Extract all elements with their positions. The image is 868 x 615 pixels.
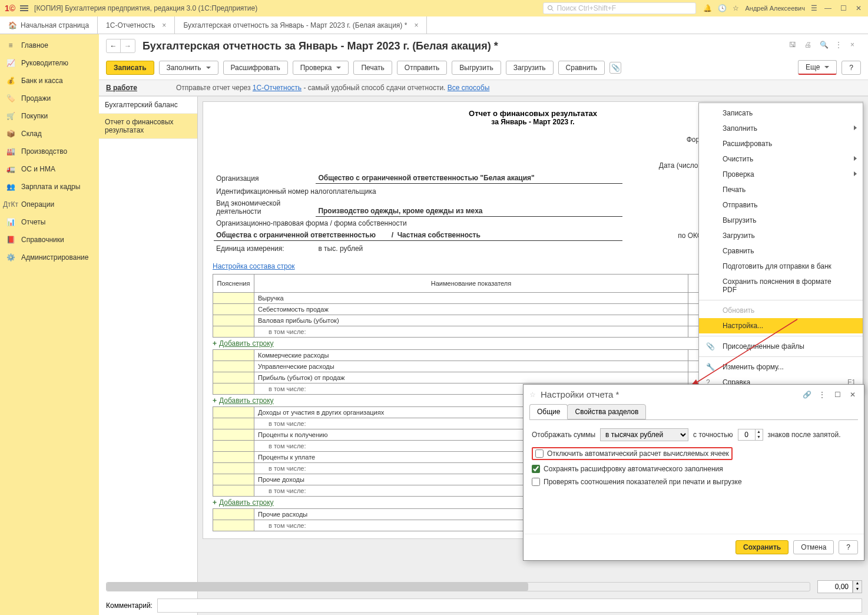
menu-export[interactable]: Выгрузить bbox=[699, 213, 863, 228]
sidebar-item-warehouse[interactable]: 📦Склад bbox=[0, 125, 99, 143]
minimize-button[interactable]: — bbox=[823, 4, 833, 12]
menu-send[interactable]: Отправить bbox=[699, 197, 863, 213]
spinner-up-icon[interactable]: ▲ bbox=[853, 581, 862, 587]
menu-print[interactable]: Печать bbox=[699, 182, 863, 197]
horizontal-scrollbar[interactable] bbox=[106, 582, 810, 591]
help-button[interactable]: ? bbox=[842, 61, 861, 75]
export-button[interactable]: Выгрузить bbox=[452, 61, 501, 75]
write-button[interactable]: Записать bbox=[106, 61, 154, 75]
org-value[interactable]: Общество с ограниченной ответственностью… bbox=[316, 172, 622, 184]
page-title: Бухгалтерская отчетность за Январь - Мар… bbox=[143, 40, 498, 52]
tab-home[interactable]: 🏠 Начальная страница bbox=[0, 16, 98, 34]
bell-icon[interactable]: 🔔 bbox=[703, 4, 712, 12]
menu-check[interactable]: Проверка bbox=[699, 167, 863, 182]
menu-attached[interactable]: 📎Присоединенные файлы bbox=[699, 339, 863, 354]
tab-close-icon[interactable]: × bbox=[162, 21, 166, 29]
spinner-down-icon[interactable]: ▼ bbox=[756, 435, 763, 440]
compare-button[interactable]: Сравнить bbox=[558, 61, 605, 75]
status-link[interactable]: 1С-Отчетность bbox=[253, 84, 302, 92]
status-state[interactable]: В работе bbox=[106, 84, 137, 92]
print-icon[interactable]: 🖨 bbox=[804, 41, 815, 51]
report-nav-balance[interactable]: Бухгалтерский баланс bbox=[99, 97, 197, 114]
verify-relations-check[interactable]: Проверять соотношения показателей при пе… bbox=[532, 478, 856, 486]
sidebar-item-bank[interactable]: 💰Банк и касса bbox=[0, 72, 99, 90]
import-button[interactable]: Загрузить bbox=[506, 61, 554, 75]
precision-spinner[interactable]: ▲▼ bbox=[738, 429, 763, 441]
user-name[interactable]: Андрей Алексеевич bbox=[745, 5, 805, 12]
fill-button[interactable]: Заполнить bbox=[159, 61, 218, 75]
save-icon[interactable]: 🖫 bbox=[789, 41, 800, 51]
settings-help-button[interactable]: ? bbox=[839, 540, 858, 554]
close-dialog-icon[interactable]: ✕ bbox=[847, 391, 858, 399]
precision-input[interactable] bbox=[738, 429, 755, 440]
star-icon[interactable]: ☆ bbox=[733, 4, 739, 12]
row-name: Управленческие расходы bbox=[254, 361, 688, 372]
comment-input[interactable] bbox=[157, 599, 862, 613]
nav-back-button[interactable]: ← bbox=[107, 39, 121, 52]
tab-sections[interactable]: Свойства разделов bbox=[567, 404, 646, 419]
spinner-down-icon[interactable]: ▼ bbox=[853, 587, 862, 593]
bottom-number-input[interactable] bbox=[817, 580, 853, 593]
more-button[interactable]: Еще bbox=[798, 60, 837, 75]
nav-forward-button[interactable]: → bbox=[121, 39, 135, 52]
tab-close-icon[interactable]: × bbox=[414, 21, 418, 29]
favorite-star-icon[interactable]: ☆ bbox=[529, 391, 536, 399]
menu-save-pdf[interactable]: Сохранить пояснения в формате PDF bbox=[699, 274, 863, 297]
tab-current-report[interactable]: Бухгалтерская отчетность за Январь - Мар… bbox=[175, 16, 427, 34]
sidebar-item-main[interactable]: ≡Главное bbox=[0, 37, 99, 54]
disable-autocalc-check[interactable]: Отключить автоматический расчет вычисляе… bbox=[532, 447, 733, 460]
activity-value[interactable]: Производство одежды, кроме одежды из мех… bbox=[316, 198, 622, 217]
sidebar-item-production[interactable]: 🏭Производство bbox=[0, 143, 99, 160]
check-button[interactable]: Проверка bbox=[293, 61, 349, 75]
menu-import[interactable]: Загрузить bbox=[699, 228, 863, 243]
kebab-icon[interactable]: ⋮ bbox=[835, 41, 846, 51]
menu-compare[interactable]: Сравнить bbox=[699, 243, 863, 259]
row-name: Выручка bbox=[254, 293, 688, 304]
sidebar-item-catalogs[interactable]: 📕Справочники bbox=[0, 231, 99, 249]
report-sections-nav: Бухгалтерский баланс Отчет о финансовых … bbox=[99, 97, 198, 615]
main-menu-icon[interactable] bbox=[20, 4, 28, 12]
settings-save-button[interactable]: Сохранить bbox=[736, 540, 789, 554]
tab-reporting[interactable]: 1С-Отчетность × bbox=[98, 16, 175, 34]
send-button[interactable]: Отправить bbox=[397, 61, 448, 75]
settings-cancel-button[interactable]: Отмена bbox=[793, 540, 834, 554]
preview-icon[interactable]: 🔍 bbox=[820, 41, 830, 51]
tab-general[interactable]: Общие bbox=[529, 404, 568, 419]
sidebar-item-reports[interactable]: 📊Отчеты bbox=[0, 213, 99, 231]
maximize-dialog-icon[interactable]: ☐ bbox=[832, 391, 843, 399]
kebab-icon[interactable]: ⋮ bbox=[817, 391, 827, 399]
decode-button[interactable]: Расшифровать bbox=[223, 61, 288, 75]
sidebar-item-manager[interactable]: 📈Руководителю bbox=[0, 54, 99, 72]
sidebar-item-purchases[interactable]: 🛒Покупки bbox=[0, 107, 99, 125]
menu-decode[interactable]: Расшифровать bbox=[699, 136, 863, 151]
checkbox[interactable] bbox=[532, 465, 540, 473]
close-page-icon[interactable]: × bbox=[850, 41, 861, 51]
sidebar-item-payroll[interactable]: 👥Зарплата и кадры bbox=[0, 178, 99, 196]
sidebar-item-assets[interactable]: 🚛ОС и НМА bbox=[0, 160, 99, 178]
sums-select[interactable]: в тысячах рублей bbox=[600, 428, 688, 441]
spinner-up-icon[interactable]: ▲ bbox=[756, 429, 763, 435]
menu-settings[interactable]: Настройка... bbox=[699, 318, 863, 333]
menu-write[interactable]: Записать bbox=[699, 105, 863, 121]
close-window-button[interactable]: ✕ bbox=[854, 4, 863, 12]
checkbox[interactable] bbox=[532, 478, 540, 486]
user-dropdown-icon[interactable]: ☰ bbox=[811, 4, 817, 12]
sidebar-item-operations[interactable]: ДтКтОперации bbox=[0, 196, 99, 213]
global-search-input[interactable]: Поиск Ctrl+Shift+F bbox=[543, 2, 696, 14]
menu-clear[interactable]: Очистить bbox=[699, 151, 863, 167]
menu-fill[interactable]: Заполнить bbox=[699, 121, 863, 136]
maximize-button[interactable]: ☐ bbox=[839, 4, 848, 12]
link-icon[interactable]: 🔗 bbox=[801, 391, 812, 399]
checkbox[interactable] bbox=[535, 449, 544, 458]
history-icon[interactable]: 🕓 bbox=[718, 4, 727, 12]
status-all-link[interactable]: Все способы bbox=[448, 84, 490, 92]
sidebar-item-admin[interactable]: ⚙️Администрирование bbox=[0, 249, 99, 266]
bottom-spinner[interactable]: ▲▼ bbox=[853, 580, 862, 593]
save-decode-check[interactable]: Сохранять расшифровку автоматического за… bbox=[532, 465, 856, 473]
menu-prepare-bank[interactable]: Подготовить для отправки в банк bbox=[699, 259, 863, 274]
sidebar-item-sales[interactable]: 🏷️Продажи bbox=[0, 90, 99, 107]
report-nav-results[interactable]: Отчет о финансовых результатах bbox=[99, 114, 197, 139]
print-button[interactable]: Печать bbox=[353, 61, 392, 75]
menu-edit-form[interactable]: 🔧Изменить форму... bbox=[699, 359, 863, 375]
attach-button[interactable]: 📎 bbox=[609, 62, 621, 74]
